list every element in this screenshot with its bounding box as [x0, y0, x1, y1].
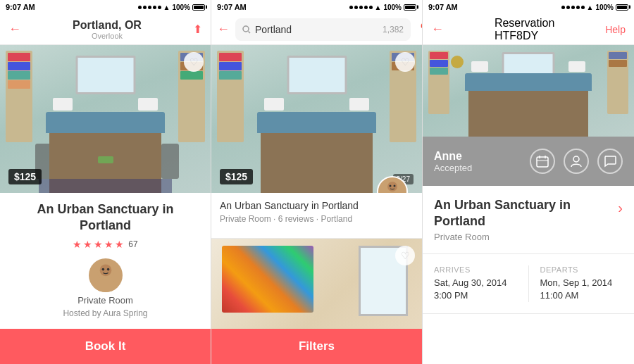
heart-button-3[interactable]: ♡: [395, 246, 415, 265]
svg-point-10: [390, 185, 392, 187]
filters-button[interactable]: Filters: [211, 329, 422, 364]
rug-1: [39, 179, 172, 193]
location-pin-icon[interactable]: 📍: [416, 22, 423, 37]
departs-label: Departs: [540, 265, 623, 274]
accepted-name: Anne: [434, 150, 472, 163]
person-icon: [570, 155, 583, 168]
accepted-bar: Anne Accepted: [423, 137, 634, 186]
pillow-res-1: [471, 61, 488, 72]
listing2-image: $125 ♡ 3/27: [211, 45, 422, 193]
window-2: [287, 56, 347, 94]
svg-point-11: [394, 185, 396, 187]
nav-bar-1: ← Portland, OR Overlook ⬆: [0, 14, 211, 45]
wifi-icon-3: ▲: [587, 4, 594, 11]
time-3: 9:07 AM: [428, 3, 458, 11]
status-right-2: ▲ 100%: [349, 4, 416, 11]
status-bar-1: 9:07 AM ▲ 100%: [0, 0, 211, 14]
accepted-text: Anne Accepted: [434, 150, 472, 173]
price-tag-2: $125: [220, 169, 253, 184]
battery-text-2: 100%: [383, 4, 402, 11]
svg-point-3: [101, 268, 104, 271]
reservation-listing-room-type: Private Room: [434, 232, 612, 242]
tray-1: [98, 156, 113, 163]
message-action-button[interactable]: [597, 149, 623, 174]
calendar-icon: [536, 155, 549, 168]
arrives-date: Sat, Aug 30, 2014: [434, 277, 517, 289]
bed-frame-2: [261, 130, 373, 193]
reservation-title: Reservation: [495, 17, 554, 30]
star-rating-1: ★ ★ ★ ★ ★ 67: [11, 239, 199, 250]
panel2-search-results: 9:07 AM ▲ 100% ← 1,382 📍: [211, 0, 423, 364]
listing2-title: An Urban Sanctuary in Portland: [220, 200, 414, 211]
listing3-image: $31 ♡: [211, 239, 422, 329]
host-info-1: Private Room Hosted by Aura Spring: [11, 258, 199, 318]
search-icon: [242, 25, 251, 34]
panel1-listing-detail: 9:07 AM ▲ 100% ← Portland, OR Overlook ⬆: [0, 0, 211, 364]
star-1: ★: [73, 239, 82, 250]
reservation-listing-info: An Urban Sanctuary in Portland Private R…: [434, 197, 612, 242]
svg-point-1: [94, 279, 118, 292]
nav-title-1: Portland, OR Overlook: [21, 19, 193, 40]
filters-label: Filters: [299, 339, 335, 353]
bed-duvet-1: [46, 112, 165, 133]
nav-subtitle-1: Overlook: [21, 32, 193, 40]
chevron-right-icon: ›: [618, 200, 623, 216]
search-input-wrap[interactable]: 1,382: [235, 18, 411, 41]
host-face-svg-2: [378, 177, 406, 193]
reservation-listing-link[interactable]: An Urban Sanctuary in Portland Private R…: [423, 186, 634, 254]
calendar-action-button[interactable]: [530, 149, 555, 174]
bookshelf-left-1: [6, 51, 32, 142]
pillow-1: [53, 98, 73, 111]
nav-main-title-1: Portland, OR: [21, 19, 193, 32]
profile-action-button[interactable]: [564, 149, 589, 174]
pillow-2: [138, 98, 158, 111]
listing-title-1: An Urban Sanctuary in Portland: [11, 201, 199, 233]
star-half: ★: [115, 239, 124, 250]
chair-right-1: [161, 144, 179, 179]
reservation-code: HTF8DY: [495, 30, 554, 42]
battery-text-1: 100%: [172, 4, 190, 11]
review-count-1: 67: [128, 239, 137, 249]
signal-2: [349, 6, 373, 9]
svg-point-2: [99, 264, 111, 276]
back-button-3[interactable]: ←: [431, 22, 444, 37]
host-avatar-1: [89, 258, 123, 292]
svg-rect-12: [537, 157, 548, 167]
duvet-res: [465, 73, 592, 91]
back-button-1[interactable]: ←: [8, 22, 21, 37]
status-right-3: ▲ 100%: [561, 4, 628, 11]
wifi-icon-1: ▲: [163, 4, 170, 11]
panel3-reservation: 9:07 AM ▲ 100% ← Reservation HTF8DY Help: [423, 0, 634, 364]
bed-duvet-2: [257, 112, 376, 133]
host-name-1: Hosted by Aura Spring: [63, 308, 147, 318]
departs-col: Departs Mon, Sep 1, 2014 11:00 AM: [540, 265, 623, 302]
search-results-body: $125 ♡ 3/27 An Urban Sanctuary in Portla…: [211, 45, 422, 329]
window-1: [75, 56, 135, 94]
bed-res: [468, 87, 588, 137]
book-it-button[interactable]: Book It: [0, 329, 211, 364]
star-2: ★: [83, 239, 92, 250]
pillow-4: [349, 98, 369, 111]
svg-point-4: [106, 268, 109, 271]
time-2: 9:07 AM: [217, 3, 247, 11]
heart-button-1[interactable]: ♡: [184, 52, 204, 72]
status-bar-2: 9:07 AM ▲ 100%: [211, 0, 422, 14]
pillow-3: [264, 98, 284, 111]
host-face-svg-1: [89, 258, 123, 292]
search-input[interactable]: [255, 24, 378, 35]
tapestry: [222, 246, 313, 313]
heart-button-2[interactable]: ♡: [395, 52, 415, 72]
arrives-label: Arrives: [434, 265, 517, 274]
reservation-listing-image: [423, 45, 634, 137]
svg-point-16: [573, 156, 579, 162]
back-button-2[interactable]: ←: [217, 22, 230, 37]
accepted-status: Accepted: [434, 163, 472, 173]
dates-section: Arrives Sat, Aug 30, 2014 3:00 PM Depart…: [423, 254, 634, 314]
share-button-1[interactable]: ⬆: [193, 23, 202, 36]
reservation-nav-title: Reservation HTF8DY: [495, 17, 554, 42]
shelf-res-right: [607, 51, 628, 114]
date-divider: [528, 265, 529, 302]
arrives-col: Arrives Sat, Aug 30, 2014 3:00 PM: [434, 265, 517, 302]
help-link[interactable]: Help: [605, 24, 626, 35]
star-3: ★: [94, 239, 103, 250]
